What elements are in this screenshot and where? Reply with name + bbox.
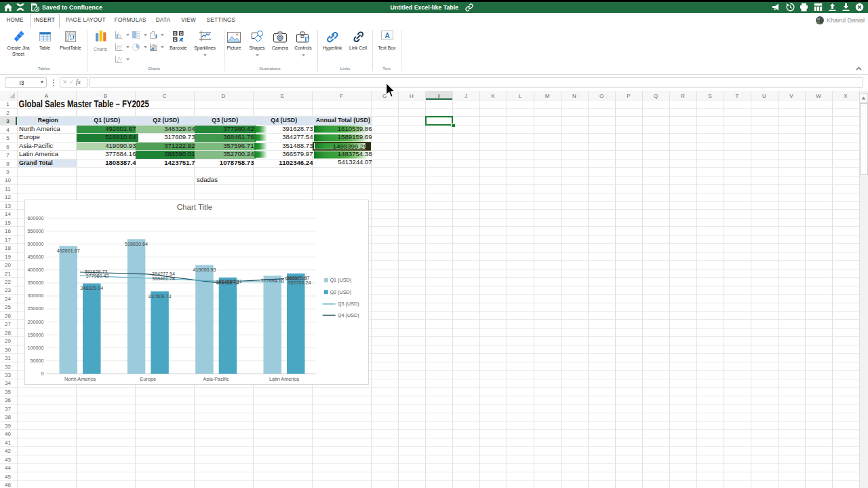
svg-text:2: 2 <box>6 110 9 116</box>
svg-text:500000: 500000 <box>28 240 44 246</box>
svg-text:377980.42: 377980.42 <box>86 272 109 278</box>
svg-text:M: M <box>545 93 550 99</box>
svg-text:368461.78: 368461.78 <box>152 275 175 281</box>
svg-text:W: W <box>816 93 821 99</box>
svg-text:348329.04: 348329.04 <box>80 285 103 291</box>
svg-text:29: 29 <box>5 338 11 344</box>
svg-text:N: N <box>572 93 576 99</box>
svg-text:L: L <box>519 93 522 99</box>
svg-text:C: C <box>163 93 167 99</box>
svg-text:A: A <box>384 32 389 39</box>
svg-text:350000: 350000 <box>28 280 44 286</box>
svg-text:Q: Q <box>654 93 658 99</box>
svg-text:44: 44 <box>5 465 11 471</box>
svg-text:35: 35 <box>5 389 11 395</box>
svg-text:Chart Title: Chart Title <box>177 203 212 211</box>
svg-text:11: 11 <box>5 186 11 192</box>
svg-text:27: 27 <box>5 321 11 327</box>
svg-text:26: 26 <box>5 313 11 319</box>
svg-text:40: 40 <box>5 431 11 437</box>
svg-text:317609.73: 317609.73 <box>149 293 172 299</box>
svg-text:518810.64: 518810.64 <box>125 241 148 247</box>
svg-text:10: 10 <box>5 177 11 183</box>
svg-text:150000: 150000 <box>28 331 44 337</box>
svg-text:38: 38 <box>5 414 11 420</box>
svg-text:450000: 450000 <box>28 253 44 259</box>
svg-text:39: 39 <box>5 423 11 429</box>
svg-text:20: 20 <box>5 262 11 268</box>
svg-text:E: E <box>281 93 284 99</box>
svg-text:North America: North America <box>64 375 96 381</box>
svg-text:1: 1 <box>6 101 9 107</box>
svg-text:42: 42 <box>5 448 11 454</box>
svg-text:23: 23 <box>5 287 11 293</box>
svg-text:550000: 550000 <box>28 227 44 233</box>
svg-text:7: 7 <box>6 152 9 158</box>
svg-text:R: R <box>681 93 685 99</box>
svg-text:D: D <box>222 93 226 99</box>
svg-text:22: 22 <box>5 279 11 285</box>
svg-text:46: 46 <box>5 482 11 488</box>
svg-text:37: 37 <box>5 406 11 412</box>
svg-text:K: K <box>491 93 495 99</box>
svg-text:400000: 400000 <box>28 267 44 273</box>
svg-text:28: 28 <box>5 330 11 336</box>
svg-text:4: 4 <box>6 127 9 133</box>
svg-text:V: V <box>789 93 793 99</box>
svg-text:34: 34 <box>5 380 11 386</box>
svg-text:45: 45 <box>5 474 11 480</box>
svg-text:0: 0 <box>41 371 44 377</box>
svg-text:Q3 (USD): Q3 (USD) <box>338 301 359 307</box>
svg-text:B: B <box>104 93 107 99</box>
svg-text:F: F <box>340 93 343 99</box>
svg-text:Latin America: Latin America <box>269 375 300 381</box>
svg-text:U: U <box>762 93 766 99</box>
svg-text:X: X <box>844 93 848 99</box>
svg-text:33: 33 <box>5 372 11 378</box>
svg-text:31: 31 <box>5 355 11 361</box>
svg-text:16: 16 <box>5 228 11 234</box>
svg-text:100000: 100000 <box>28 344 44 350</box>
svg-text:A: A <box>45 93 49 99</box>
svg-text:I: I <box>438 93 439 99</box>
svg-text:Q2 (USD): Q2 (USD) <box>330 288 352 295</box>
svg-text:13: 13 <box>5 203 11 209</box>
svg-text:19: 19 <box>5 254 11 260</box>
svg-text:24: 24 <box>5 296 11 302</box>
svg-text:8: 8 <box>6 161 9 167</box>
svg-text:12: 12 <box>5 194 11 200</box>
svg-text:T: T <box>736 93 739 99</box>
svg-text:419090.93: 419090.93 <box>193 267 216 273</box>
svg-text:3: 3 <box>6 118 9 124</box>
svg-text:21: 21 <box>5 271 11 277</box>
svg-text:15: 15 <box>5 220 11 226</box>
svg-text:S: S <box>708 93 711 99</box>
svg-text:600000: 600000 <box>28 214 44 221</box>
svg-text:43: 43 <box>5 457 11 463</box>
svg-text:357596.71: 357596.71 <box>219 278 242 284</box>
svg-text:H: H <box>410 93 414 99</box>
svg-text:200000: 200000 <box>28 318 44 324</box>
svg-text:41: 41 <box>5 440 11 446</box>
svg-text:25: 25 <box>5 304 11 310</box>
svg-text:14: 14 <box>5 211 11 217</box>
svg-text:5: 5 <box>6 135 9 141</box>
svg-text:Q4 (USD): Q4 (USD) <box>338 312 359 318</box>
svg-text:32: 32 <box>5 364 11 370</box>
svg-text:492601.67: 492601.67 <box>57 248 80 254</box>
svg-text:352700.24: 352700.24 <box>288 279 311 285</box>
svg-text:9: 9 <box>6 169 9 175</box>
svg-text:30: 30 <box>5 347 11 353</box>
svg-text:Europe: Europe <box>140 375 157 381</box>
svg-text:J: J <box>465 93 467 99</box>
svg-text:P: P <box>627 93 630 99</box>
svg-text:6: 6 <box>6 144 9 150</box>
svg-text:36: 36 <box>5 397 11 403</box>
svg-text:300000: 300000 <box>28 293 44 299</box>
svg-text:18: 18 <box>5 245 11 251</box>
svg-text:17: 17 <box>5 237 11 243</box>
svg-text:250000: 250000 <box>28 305 44 312</box>
svg-text:O: O <box>599 93 604 99</box>
svg-text:Asia-Pacific: Asia-Pacific <box>203 375 229 381</box>
svg-text:50000: 50000 <box>31 357 44 363</box>
